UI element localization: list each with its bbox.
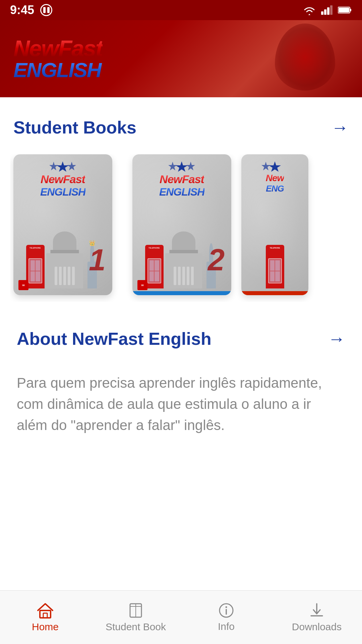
- svg-marker-13: [261, 162, 270, 170]
- logo-newfast: NewFast: [13, 37, 103, 60]
- signal-icon: [321, 5, 333, 15]
- wifi-icon: [303, 5, 316, 15]
- student-books-arrow[interactable]: →: [331, 117, 349, 138]
- pause-icon: [40, 4, 52, 16]
- svg-rect-3: [330, 5, 333, 15]
- bottom-nav: Home Student Book Info Downloads: [0, 590, 362, 644]
- svg-marker-11: [176, 161, 188, 172]
- main-content: Student Books → NewFast ENGLISH 1: [0, 97, 362, 446]
- logo-container: NewFast ENGLISH: [13, 37, 103, 80]
- svg-point-21: [226, 606, 227, 608]
- status-time: 9:45: [10, 3, 34, 17]
- battery-icon: [338, 6, 352, 14]
- book-3-stars: [260, 161, 290, 173]
- book-card-2[interactable]: NewFast ENGLISH 2 TELEPHONE: [132, 154, 231, 295]
- book-2-logo: NewFast ENGLISH: [159, 161, 204, 198]
- student-books-title: Student Books: [13, 117, 136, 138]
- nav-item-home[interactable]: Home: [0, 599, 90, 636]
- book-1-stars: [48, 161, 78, 173]
- header-banner: NewFast ENGLISH: [0, 20, 362, 97]
- book-icon: [128, 602, 143, 619]
- nav-item-downloads[interactable]: Downloads: [272, 599, 362, 636]
- nav-item-info[interactable]: Info: [181, 599, 272, 636]
- about-description: Para quem precisa aprender inglês rapida…: [13, 366, 349, 442]
- download-icon: [309, 602, 324, 619]
- status-left: 9:45: [10, 3, 52, 17]
- status-bar: 9:45: [0, 0, 362, 20]
- nav-downloads-label: Downloads: [292, 621, 342, 633]
- svg-marker-9: [67, 162, 76, 170]
- book-card-3[interactable]: New ENG TELEPHONE: [241, 154, 308, 295]
- svg-rect-0: [321, 11, 323, 15]
- svg-rect-6: [339, 8, 349, 12]
- book-3-logo: New ENG: [260, 161, 290, 194]
- svg-marker-12: [186, 162, 195, 170]
- about-arrow[interactable]: →: [328, 329, 345, 349]
- nav-item-student-book[interactable]: Student Book: [90, 599, 181, 636]
- svg-rect-16: [43, 613, 47, 618]
- book-1-logo: NewFast ENGLISH: [40, 161, 85, 198]
- book-2-stars: [167, 161, 197, 173]
- about-header[interactable]: About NewFast English →: [13, 322, 349, 352]
- book-card-1[interactable]: NewFast ENGLISH 1 TELEPHONE: [13, 154, 112, 295]
- nav-info-label: Info: [218, 621, 235, 632]
- svg-marker-8: [57, 161, 69, 172]
- svg-rect-5: [350, 9, 351, 11]
- about-title: About NewFast English: [17, 329, 212, 349]
- svg-rect-1: [324, 9, 326, 15]
- svg-marker-14: [269, 161, 281, 172]
- book-2-number: 2: [208, 245, 225, 275]
- about-section: About NewFast English → Para quem precis…: [10, 319, 352, 446]
- books-carousel: NewFast ENGLISH 1 TELEPHONE: [10, 154, 352, 302]
- book-1-number: 1: [89, 245, 106, 275]
- svg-rect-15: [40, 610, 51, 618]
- student-books-header[interactable]: Student Books →: [10, 111, 352, 141]
- svg-rect-2: [327, 7, 329, 15]
- svg-marker-7: [49, 162, 58, 170]
- status-right: [303, 5, 352, 15]
- home-icon: [37, 602, 54, 619]
- nav-student-book-label: Student Book: [106, 621, 166, 633]
- nav-home-label: Home: [32, 621, 59, 633]
- logo-english: ENGLISH: [13, 60, 103, 80]
- svg-marker-10: [168, 162, 177, 170]
- info-icon: [219, 603, 234, 618]
